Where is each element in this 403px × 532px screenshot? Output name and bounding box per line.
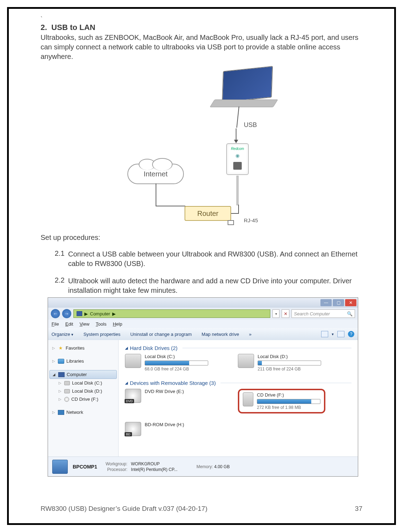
navigation-pane: ▷★Favorites ▷Libraries ◢Computer ▷Local … — [48, 340, 119, 457]
page-number: 37 — [355, 505, 362, 513]
connection-diagram: USB Redcom ◉ RJ-45 Router Internet — [113, 65, 290, 224]
group-hard-disk-drives[interactable]: ◢Hard Disk Drives (2) — [125, 345, 351, 351]
sidebar-favorites[interactable]: ▷★Favorites — [49, 344, 117, 352]
sidebar-item-label: Network — [66, 410, 83, 415]
collapse-icon: ◢ — [125, 346, 128, 350]
view-options-icon[interactable] — [321, 331, 328, 337]
menu-view[interactable]: View — [79, 321, 89, 327]
collapse-icon: ◢ — [53, 373, 56, 376]
sidebar-item-label: Local Disk (C:) — [72, 380, 102, 386]
help-icon[interactable]: ? — [348, 331, 354, 337]
hard-drive-icon — [238, 354, 254, 368]
internet-line-v — [156, 183, 156, 206]
rj45-label: RJ-45 — [244, 217, 258, 223]
status-details: Workgroup: WORKGROUP Processor: Intel(R)… — [106, 461, 178, 472]
sidebar-item-label: CD Drive (F:) — [71, 397, 98, 402]
group-label: Devices with Removable Storage (3) — [130, 380, 216, 386]
divider — [182, 348, 351, 348]
usb-adapter-icon: Redcom ◉ — [226, 143, 249, 175]
search-icon: 🔍 — [347, 311, 353, 316]
setup-procedures-label: Set up procedures: — [41, 234, 362, 242]
drive-row: DVD DVD RW Drive (E:) CD Drive (F:) 272 … — [125, 389, 351, 413]
maximize-button[interactable]: ▢ — [333, 299, 344, 306]
drive-cd-f[interactable]: CD Drive (F:) 272 KB free of 1.98 MB — [243, 392, 320, 410]
collapse-icon: ◢ — [125, 381, 128, 385]
map-drive-button[interactable]: Map network drive — [202, 332, 239, 337]
dvd-drive-icon: DVD — [125, 389, 141, 403]
search-input[interactable]: Search Computer 🔍 — [291, 309, 355, 318]
step-number: 2.1 — [55, 249, 68, 268]
address-bar[interactable]: ▶ Computer ▶ — [73, 309, 270, 318]
router-label: Router — [197, 210, 218, 217]
arrow-down-icon — [236, 128, 236, 143]
computer-icon — [77, 311, 82, 316]
capacity-bar — [257, 399, 320, 404]
menu-edit[interactable]: Edit — [65, 321, 73, 327]
toolbar-more[interactable]: » — [249, 332, 252, 337]
computer-name: BPCOMP1 — [73, 464, 97, 470]
expand-icon: ▷ — [59, 397, 62, 401]
router-connector-line — [231, 213, 239, 214]
adapter-brand: Redcom — [227, 147, 248, 151]
nav-forward-button[interactable]: → — [62, 309, 71, 318]
expand-icon: ▷ — [59, 389, 62, 393]
bd-drive-icon: BD — [125, 422, 141, 436]
highlighted-drive: CD Drive (F:) 272 KB free of 1.98 MB — [238, 389, 325, 413]
memory-value: 4.00 GB — [214, 464, 230, 469]
navigation-bar: ← → ▶ Computer ▶ ▾ ✕ Search Computer 🔍 — [48, 308, 358, 320]
system-properties-button[interactable]: System properties — [83, 332, 120, 337]
sidebar-local-c[interactable]: ▷Local Disk (C:) — [49, 379, 117, 387]
address-clear-button[interactable]: ✕ — [282, 309, 289, 318]
window-titlebar: — ▢ ✕ — [48, 298, 358, 308]
expand-icon: ▷ — [52, 359, 56, 363]
minimize-button[interactable]: — — [320, 299, 332, 306]
drive-free: 272 KB free of 1.98 MB — [257, 405, 320, 410]
section-heading: 2. USB to LAN — [41, 23, 362, 32]
drive-row: BD BD-ROM Drive (H:) — [125, 422, 351, 436]
sidebar-network[interactable]: ▷Network — [49, 408, 117, 416]
group-label: Hard Disk Drives (2) — [130, 345, 178, 351]
close-button[interactable]: ✕ — [345, 299, 356, 306]
sidebar-local-d[interactable]: ▷Local Disk (D:) — [49, 387, 117, 395]
drive-name: BD-ROM Drive (H:) — [145, 422, 217, 427]
menu-tools[interactable]: Tools — [96, 321, 106, 327]
drive-badge: DVD — [125, 399, 134, 403]
preview-pane-icon[interactable] — [337, 331, 344, 337]
address-dropdown[interactable]: ▾ — [272, 309, 279, 318]
drive-dvd-e[interactable]: DVD DVD RW Drive (E:) — [125, 389, 217, 413]
router-box: Router — [185, 206, 231, 221]
disk-icon — [64, 389, 70, 393]
uninstall-button[interactable]: Uninstall or change a program — [130, 332, 192, 337]
nav-back-button[interactable]: ← — [51, 309, 60, 318]
step-row: 2.1 Connect a USB cable between your Ult… — [41, 249, 362, 268]
network-icon — [58, 410, 64, 415]
heading-title: USB to LAN — [52, 23, 96, 32]
libraries-icon — [58, 359, 64, 364]
menu-file[interactable]: File — [52, 321, 59, 327]
step-number: 2.2 — [55, 276, 68, 295]
windows-explorer-window: — ▢ ✕ ← → ▶ Computer ▶ ▾ ✕ Search Comput… — [48, 297, 358, 477]
sidebar-item-label: Libraries — [66, 358, 84, 364]
drive-local-c[interactable]: Local Disk (C:) 68.0 GB free of 224 GB — [125, 354, 217, 371]
toolbar: Organize ▾ System properties Uninstall o… — [48, 328, 358, 340]
drive-name: Local Disk (C:) — [145, 354, 217, 359]
drive-bd-h[interactable]: BD BD-ROM Drive (H:) — [125, 422, 217, 436]
sidebar-computer[interactable]: ◢Computer — [49, 370, 117, 379]
organize-button[interactable]: Organize ▾ — [52, 332, 73, 337]
drive-free: 68.0 GB free of 224 GB — [145, 367, 217, 371]
group-removable-storage[interactable]: ◢Devices with Removable Storage (3) — [125, 380, 351, 386]
drive-name: CD Drive (F:) — [257, 392, 320, 398]
sidebar-libraries[interactable]: ▷Libraries — [49, 357, 117, 365]
menu-help[interactable]: Help — [113, 321, 122, 327]
chevron-down-icon[interactable]: ▾ — [332, 332, 334, 337]
sidebar-item-label: Computer — [67, 372, 87, 377]
status-bar: BPCOMP1 Workgroup: WORKGROUP Processor: … — [48, 457, 358, 476]
sidebar-item-label: Favorites — [66, 345, 84, 351]
sidebar-cd-f[interactable]: ▷CD Drive (F:) — [49, 395, 117, 403]
status-main: BPCOMP1 — [73, 464, 97, 470]
drive-free: 211 GB free of 224 GB — [258, 367, 330, 371]
drive-local-d[interactable]: Local Disk (D:) 211 GB free of 224 GB — [238, 354, 330, 371]
memory-label: Memory: — [197, 464, 213, 469]
page-footer: RW8300 (USB) Designer’s Guide Draft v.03… — [41, 505, 362, 513]
wifi-icon: ◉ — [227, 153, 248, 158]
